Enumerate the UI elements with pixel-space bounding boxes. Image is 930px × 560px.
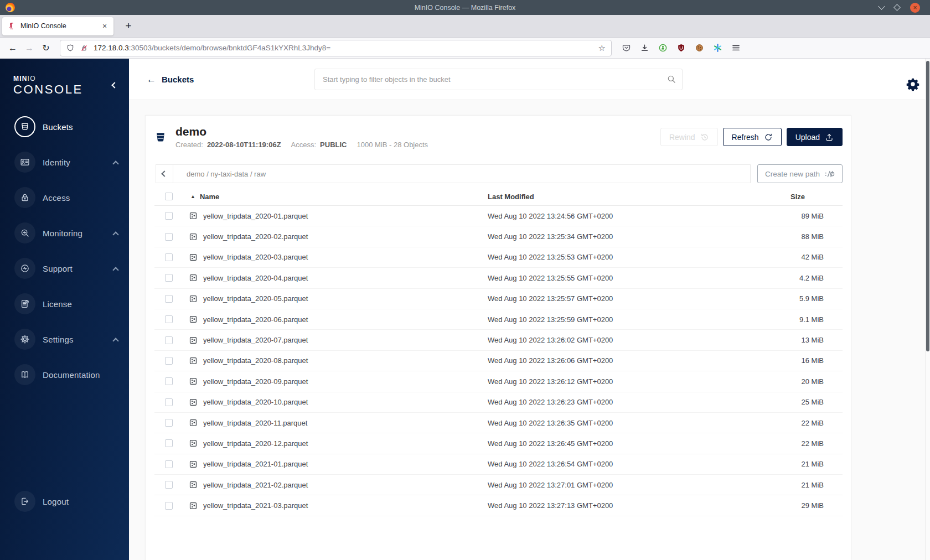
path-back-button[interactable] (156, 165, 173, 183)
object-row[interactable]: yellow_tripdata_2021-02.parquet Wed Aug … (154, 475, 843, 495)
sidebar-item-documentation[interactable]: Documentation (0, 357, 129, 392)
object-row[interactable]: yellow_tripdata_2020-04.parquet Wed Aug … (154, 268, 843, 288)
sort-asc-icon[interactable]: ▲ (190, 194, 195, 199)
back-to-buckets-link[interactable]: ← Buckets (147, 75, 194, 84)
object-row[interactable]: yellow_tripdata_2020-09.parquet Wed Aug … (154, 371, 843, 392)
page-scrollbar[interactable] (925, 59, 930, 560)
search-input[interactable] (314, 69, 683, 90)
object-name[interactable]: yellow_tripdata_2020-03.parquet (203, 253, 308, 261)
object-row[interactable]: yellow_tripdata_2021-01.parquet Wed Aug … (154, 454, 843, 475)
object-file-icon (189, 232, 198, 241)
browser-tab[interactable]: MinIO Console × (2, 17, 113, 35)
sidebar-item-license[interactable]: License (0, 286, 129, 322)
window-maximize-icon[interactable] (893, 4, 901, 11)
object-name[interactable]: yellow_tripdata_2020-05.parquet (203, 294, 308, 303)
object-name[interactable]: yellow_tripdata_2020-02.parquet (203, 232, 308, 241)
column-header-size[interactable]: Size (789, 193, 843, 201)
object-row[interactable]: yellow_tripdata_2020-06.parquet Wed Aug … (154, 309, 843, 330)
row-checkbox[interactable] (165, 295, 173, 303)
row-checkbox[interactable] (165, 460, 173, 468)
scrollbar-thumb[interactable] (926, 61, 929, 351)
access-value[interactable]: PUBLIC (320, 141, 347, 149)
console-settings-gear-icon[interactable] (906, 77, 920, 91)
sidebar-item-identity[interactable]: Identity (0, 144, 129, 180)
object-row[interactable]: yellow_tripdata_2020-03.parquet Wed Aug … (154, 247, 843, 268)
select-all-checkbox[interactable] (165, 193, 173, 200)
object-last-modified: Wed Aug 10 2022 13:26:45 GMT+0200 (488, 439, 789, 448)
create-new-path-button[interactable]: Create new path (757, 164, 843, 183)
object-row[interactable]: yellow_tripdata_2020-08.parquet Wed Aug … (154, 351, 843, 371)
object-name[interactable]: yellow_tripdata_2021-02.parquet (203, 481, 308, 489)
row-checkbox[interactable] (165, 315, 173, 323)
row-checkbox[interactable] (165, 502, 173, 510)
row-checkbox[interactable] (165, 398, 173, 406)
object-name[interactable]: yellow_tripdata_2021-01.parquet (203, 460, 308, 468)
tracking-shield-icon[interactable] (66, 44, 75, 53)
row-checkbox[interactable] (165, 253, 173, 261)
rewind-button[interactable]: Rewind (660, 128, 718, 146)
object-row[interactable]: yellow_tripdata_2020-07.parquet Wed Aug … (154, 330, 843, 350)
object-name[interactable]: yellow_tripdata_2020-06.parquet (203, 315, 308, 324)
row-checkbox[interactable] (165, 357, 173, 365)
chevron-up-icon[interactable] (112, 160, 118, 167)
column-header-name[interactable]: Name (200, 193, 219, 201)
tab-close-icon[interactable]: × (99, 20, 110, 32)
object-row[interactable]: yellow_tripdata_2020-10.parquet Wed Aug … (154, 392, 843, 413)
window-close-button[interactable]: × (910, 3, 920, 13)
object-row[interactable]: yellow_tripdata_2021-03.parquet Wed Aug … (154, 495, 843, 516)
forward-button[interactable]: → (21, 40, 38, 56)
row-checkbox[interactable] (165, 377, 173, 385)
url-text[interactable]: 172.18.0.3:30503/buckets/demo/browse/bnk… (94, 44, 593, 52)
object-name[interactable]: yellow_tripdata_2021-03.parquet (203, 501, 308, 510)
sidebar-item-support[interactable]: Support (0, 251, 129, 286)
object-name[interactable]: yellow_tripdata_2020-11.parquet (203, 419, 307, 427)
chevron-up-icon[interactable] (112, 267, 118, 273)
upload-button[interactable]: Upload (787, 128, 843, 146)
pocket-icon[interactable] (622, 43, 631, 53)
object-name[interactable]: yellow_tripdata_2020-04.parquet (203, 274, 308, 282)
sidebar-item-monitoring[interactable]: Monitoring (0, 215, 129, 251)
object-name[interactable]: yellow_tripdata_2020-08.parquet (203, 356, 308, 365)
row-checkbox[interactable] (165, 439, 173, 447)
bucket-meta: Created: 2022-08-10T11:19:06Z Access: PU… (175, 141, 428, 149)
sidebar-item-buckets[interactable]: Buckets (0, 109, 129, 144)
sidebar-item-access[interactable]: Access (0, 180, 129, 215)
new-tab-button[interactable]: + (120, 18, 137, 34)
ublock-origin-icon[interactable] (676, 43, 686, 53)
window-minimize-icon[interactable] (878, 3, 885, 10)
bookmark-star-icon[interactable]: ☆ (598, 43, 606, 53)
row-checkbox[interactable] (165, 274, 173, 282)
object-row[interactable]: yellow_tripdata_2020-05.parquet Wed Aug … (154, 289, 843, 309)
privacy-badger-icon[interactable] (658, 43, 668, 53)
chevron-up-icon[interactable] (112, 231, 118, 237)
breadcrumb[interactable]: demo / ny-taxi-data / raw (173, 170, 266, 178)
row-checkbox[interactable] (165, 419, 173, 427)
object-row[interactable]: yellow_tripdata_2020-12.parquet Wed Aug … (154, 433, 843, 454)
url-bar[interactable]: 172.18.0.3:30503/buckets/demo/browse/bnk… (60, 40, 612, 56)
object-row[interactable]: yellow_tripdata_2020-01.parquet Wed Aug … (154, 206, 843, 226)
column-header-modified[interactable]: Last Modified (488, 193, 789, 201)
refresh-button[interactable]: Refresh (723, 128, 782, 146)
downloads-icon[interactable] (640, 43, 649, 53)
row-checkbox[interactable] (165, 481, 173, 489)
extension-asterisk-icon[interactable] (713, 43, 722, 53)
object-row[interactable]: yellow_tripdata_2020-02.parquet Wed Aug … (154, 226, 843, 247)
object-name[interactable]: yellow_tripdata_2020-12.parquet (203, 439, 308, 448)
object-name[interactable]: yellow_tripdata_2020-09.parquet (203, 377, 308, 386)
menu-hamburger-icon[interactable] (731, 43, 741, 53)
sidebar-item-logout[interactable]: Logout (0, 484, 129, 519)
row-checkbox[interactable] (165, 233, 173, 241)
row-checkbox[interactable] (165, 336, 173, 344)
row-checkbox[interactable] (165, 212, 173, 220)
object-name[interactable]: yellow_tripdata_2020-01.parquet (203, 212, 308, 220)
reload-button[interactable]: ↻ (38, 40, 54, 56)
back-button[interactable]: ← (4, 40, 21, 56)
object-row[interactable]: yellow_tripdata_2020-11.parquet Wed Aug … (154, 413, 843, 433)
object-name[interactable]: yellow_tripdata_2020-07.parquet (203, 336, 308, 344)
chevron-up-icon[interactable] (112, 338, 118, 344)
insecure-lock-icon[interactable] (80, 44, 89, 53)
sidebar-collapse-button[interactable] (109, 80, 120, 91)
cookie-extension-icon[interactable] (695, 43, 704, 53)
sidebar-item-settings[interactable]: Settings (0, 322, 129, 357)
object-name[interactable]: yellow_tripdata_2020-10.parquet (203, 398, 308, 406)
